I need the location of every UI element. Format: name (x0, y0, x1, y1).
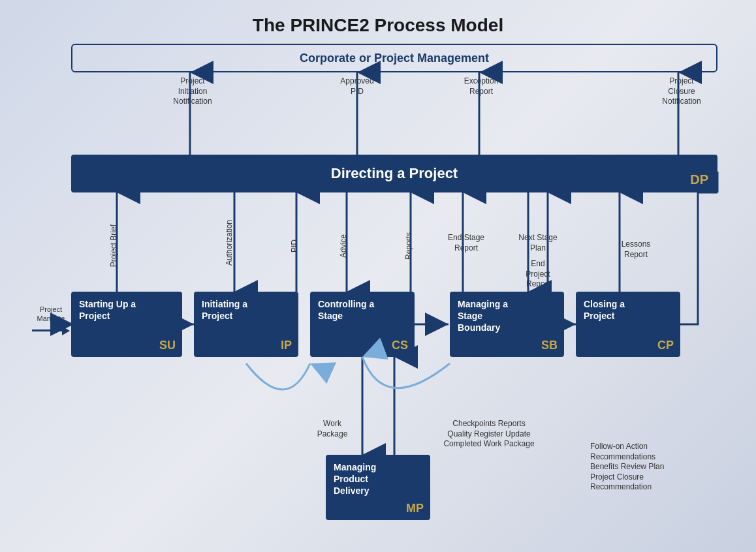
authorization-area: Authorization (225, 194, 235, 292)
work-package-label: WorkPackage (306, 419, 358, 439)
cp-name: Closing aProject (584, 299, 625, 321)
ip-name: Initiating aProject (202, 299, 247, 321)
sb-abbrev: SB (541, 338, 558, 353)
sb-name: Managing aStageBoundary (458, 299, 508, 333)
page-title: The PRINCE2 Process Model (32, 15, 724, 36)
end-project-report-label: EndProjectReport (509, 259, 567, 290)
pid-label: PID (290, 239, 300, 253)
ip-box: Initiating aProject IP (194, 292, 298, 357)
reports-label: Reports (404, 232, 415, 260)
reports-area: Reports (404, 200, 415, 292)
checkpoints-area: Checkpoints ReportsQuality Register Upda… (424, 419, 554, 450)
cs-name: Controlling aStage (318, 299, 374, 321)
diagram-container: The PRINCE2 Process Model Corporate or P… (19, 8, 737, 544)
directing-bar: Directing a Project DP (71, 155, 717, 192)
approved-pid-label: ApprovedPID (331, 76, 383, 97)
project-brief-label: Project Brief (109, 224, 119, 267)
su-name: Starting Up aProject (79, 299, 136, 321)
corporate-box: Corporate or Project Management (71, 44, 717, 72)
dp-abbrev: DP (690, 172, 708, 187)
mp-abbrev: MP (406, 501, 424, 516)
mp-box: ManagingProductDelivery MP (326, 455, 430, 520)
cp-abbrev: CP (657, 338, 674, 353)
next-stage-plan-label: Next StagePlan (509, 233, 567, 253)
corporate-label: Corporate or Project Management (300, 52, 489, 65)
end-stage-report-label: End StageReport (437, 233, 496, 253)
su-box: Starting Up aProject SU (71, 292, 182, 357)
full-diagram: Corporate or Project Management ProjectI… (32, 44, 724, 552)
follow-on-area: Follow-on ActionRecommendationsBenefits … (590, 442, 721, 493)
su-abbrev: SU (159, 338, 176, 353)
exception-report-label: ExceptionReport (455, 76, 507, 97)
directing-label: Directing a Project (331, 165, 458, 182)
lessons-report-label: LessonsReport (606, 239, 665, 260)
closure-notification-label: ProjectClosureNotification (646, 76, 717, 107)
mp-name: ManagingProductDelivery (334, 462, 376, 496)
project-brief-area: Project Brief (109, 200, 119, 292)
authorization-label: Authorization (225, 220, 235, 266)
cs-box: Controlling aStage CS (310, 292, 415, 357)
project-mandate-label: ProjectMandate (37, 305, 65, 324)
sb-box: Managing aStageBoundary SB (450, 292, 564, 357)
pid-area: PID (290, 200, 300, 292)
project-initiation-label: ProjectInitiationNotification (160, 76, 225, 107)
cp-box: Closing aProject CP (576, 292, 680, 357)
ip-abbrev: IP (281, 338, 292, 353)
cs-abbrev: CS (392, 338, 408, 353)
advice-label: Advice (339, 234, 349, 258)
advice-area: Advice (339, 200, 349, 292)
project-mandate-area: ProjectMandate (32, 305, 70, 335)
